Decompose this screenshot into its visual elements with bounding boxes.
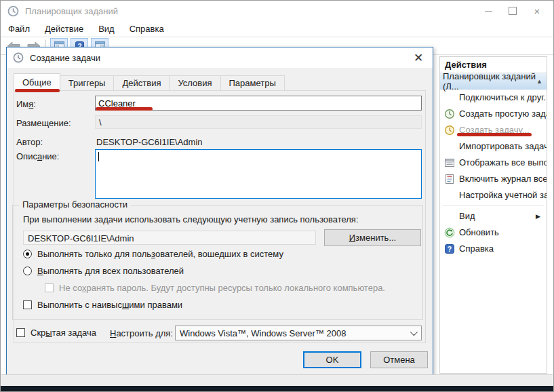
actions-separator [443, 205, 544, 206]
action-item-label: Импортировать задач... [459, 141, 547, 151]
account-field: DESKTOP-GC6I1IE\Admin [23, 231, 316, 245]
description-label: Описание: [16, 151, 59, 161]
simple-task-icon [444, 109, 455, 119]
clock-icon [7, 5, 19, 17]
minimize-button[interactable] [476, 1, 500, 21]
text-caret [98, 152, 99, 161]
description-textarea[interactable] [95, 149, 422, 199]
actions-group-label: Планировщик заданий (Л... [443, 71, 536, 92]
checkbox-icon[interactable] [16, 328, 25, 337]
menu-action[interactable]: Действие [37, 21, 91, 37]
annotation-general-tab [15, 89, 60, 92]
action-account-configuration[interactable]: Настройка учетной за... [440, 187, 547, 203]
checkbox-no-password[interactable]: Не сохранять пароль. Будут доступны ресу… [45, 283, 385, 293]
menu-view[interactable]: Вид [91, 21, 122, 37]
checkbox-label: Выполнить с наивысшими правами [37, 300, 182, 310]
chevron-down-icon [410, 328, 418, 336]
dialog-titlebar: Создание задачи ✕ [7, 47, 433, 68]
close-button[interactable]: × [525, 1, 549, 21]
action-item-label: Создать простую зада... [459, 109, 547, 119]
annotation-create-task [457, 133, 532, 136]
action-create-basic-task[interactable]: Создать простую зада... [440, 106, 547, 122]
checkbox-highest-privileges[interactable]: Выполнить с наивысшими правами [23, 300, 182, 310]
checkbox-icon[interactable] [23, 300, 32, 309]
clock-icon [13, 52, 24, 63]
cancel-button[interactable]: Отмена [370, 351, 428, 368]
help-icon: ? [444, 243, 455, 254]
checkbox-hidden-task[interactable]: Скрытая задача [16, 328, 96, 338]
collapse-arrow-icon[interactable]: ▲ [536, 78, 542, 85]
action-item-label: Отображать все выпо... [459, 157, 547, 168]
display-tasks-icon [444, 157, 455, 168]
menu-help[interactable]: Справка [122, 21, 172, 37]
screen-bottom-edge [1, 386, 553, 391]
security-options-group: Параметры безопасности При выполнении за… [12, 205, 423, 320]
journal-icon [444, 174, 455, 184]
menubar: Файл Действие Вид Справка [1, 21, 553, 37]
checkbox-icon[interactable] [45, 283, 54, 292]
account-hint: При выполнении задачи использовать следу… [23, 214, 359, 224]
create-task-dialog: Создание задачи ✕ Общие Триггеры Действи… [6, 47, 433, 375]
checkbox-label: Не сохранять пароль. Будут доступны ресу… [59, 283, 385, 293]
refresh-icon [444, 227, 455, 238]
submenu-arrow-icon: ▶ [536, 208, 540, 224]
security-group-title: Параметры безопасности [19, 199, 131, 210]
radio-run-logged-on[interactable]: Выполнять только для пользователей, воше… [23, 249, 283, 259]
action-connect-to-another[interactable]: Подключиться к друг... [440, 90, 547, 106]
maximize-button[interactable] [500, 1, 525, 21]
tab-actions[interactable]: Действия [113, 75, 170, 91]
name-label: Имя: [16, 99, 36, 109]
configure-for-select[interactable]: Windows Vista™, Windows Server™ 2008 [175, 326, 422, 340]
radio-selected-icon[interactable] [23, 250, 32, 258]
create-task-icon [444, 125, 455, 136]
action-item-label: Вид [459, 211, 475, 221]
hidden-task-label: Скрытая задача [31, 328, 96, 338]
action-display-running-tasks[interactable]: Отображать все выпо... [440, 155, 547, 171]
action-item-label: Включить журнал все... [459, 174, 547, 184]
action-item-label: Настройка учетной за... [459, 190, 547, 200]
action-help[interactable]: ? Справка [440, 241, 547, 257]
window-title: Планировщик заданий [25, 6, 118, 16]
author-value: DESKTOP-GC6I1IE\Admin [96, 137, 203, 147]
location-label: Размещение: [16, 118, 71, 128]
dialog-close-icon[interactable]: ✕ [408, 49, 429, 66]
action-refresh[interactable]: Обновить [440, 224, 547, 241]
action-item-label: Справка [459, 243, 494, 254]
radio-unselected-icon[interactable] [23, 267, 32, 275]
window-controls: × [476, 1, 549, 21]
action-import-task[interactable]: Импортировать задач... [440, 138, 547, 155]
task-scheduler-window: Планировщик заданий × Файл Действие Вид … [0, 0, 554, 392]
actions-group-task-scheduler[interactable]: Планировщик заданий (Л... ▲ [440, 73, 547, 90]
ok-button[interactable]: OK [303, 351, 361, 368]
radio-label: Выполнять только для пользователей, воше… [37, 249, 283, 259]
author-label: Автор: [16, 137, 43, 147]
tab-triggers[interactable]: Триггеры [60, 75, 115, 91]
actions-panel: Действия Планировщик заданий (Л... ▲ Под… [439, 56, 547, 374]
svg-text:?: ? [448, 245, 452, 253]
annotation-name-value [96, 107, 153, 111]
menu-file[interactable]: Файл [1, 21, 37, 37]
radio-label: Выполнять для всех пользователей [37, 266, 184, 276]
tab-settings[interactable]: Параметры [220, 75, 285, 91]
change-user-button[interactable]: Изменить... [324, 229, 421, 246]
action-item-label: Обновить [459, 227, 499, 237]
window-titlebar: Планировщик заданий [1, 1, 553, 21]
radio-run-all-users[interactable]: Выполнять для всех пользователей [23, 266, 184, 276]
window-status-strip [1, 374, 553, 386]
action-enable-all-tasks-history[interactable]: Включить журнал все... [440, 171, 547, 187]
action-item-label: Подключиться к друг... [459, 92, 547, 102]
dialog-title: Создание задачи [30, 53, 100, 63]
action-view-submenu[interactable]: Вид ▶ [440, 208, 547, 224]
configure-for-label: Настроить для: [110, 328, 173, 338]
configure-for-value: Windows Vista™, Windows Server™ 2008 [180, 328, 346, 338]
location-field: \ [95, 115, 422, 129]
tab-conditions[interactable]: Условия [169, 75, 220, 91]
